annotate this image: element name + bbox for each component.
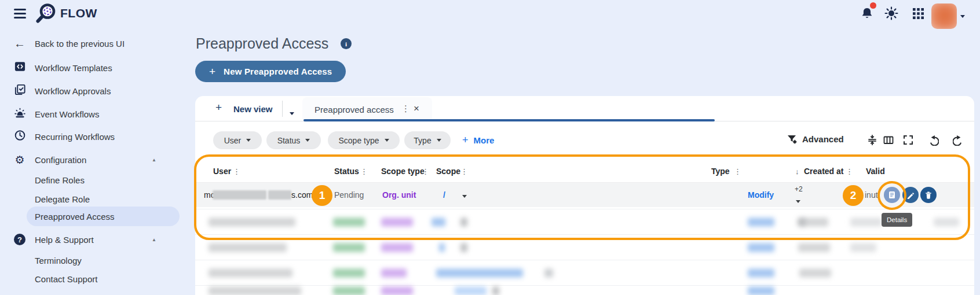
sidebar-item-label: Back to the previous UI — [35, 39, 125, 49]
flow-logo-icon[interactable] — [35, 2, 57, 24]
new-preapproved-access-button[interactable]: + New Preapproved Access — [195, 61, 346, 82]
sidebar-item-workflow-templates[interactable]: Workflow Templates — [0, 58, 181, 78]
sidebar-item-back[interactable]: ← Back to the previous UI — [0, 34, 181, 53]
sidebar-item-contact-support[interactable]: Contact Support — [0, 269, 181, 289]
event-siren-icon — [13, 107, 27, 121]
sidebar-item-label: Workflow Approvals — [35, 86, 111, 96]
redacted-cell — [333, 244, 365, 252]
manage-columns-icon[interactable] — [882, 133, 895, 147]
tab-close-icon[interactable]: × — [414, 103, 419, 115]
app-title: FLOW — [60, 6, 97, 20]
tab-preapproved-access[interactable]: Preapproved access ⋮ × — [302, 97, 432, 121]
plus-icon: + — [462, 134, 469, 146]
column-header-type[interactable]: Type — [711, 167, 730, 176]
filter-chip-type[interactable]: Type — [404, 131, 451, 149]
column-header-user[interactable]: User — [213, 167, 231, 176]
redacted-cell — [436, 269, 523, 278]
notification-badge — [870, 2, 876, 9]
redacted-cell — [381, 244, 413, 252]
delete-button[interactable] — [920, 187, 937, 203]
sidebar-item-preapproved-access-selected[interactable]: Preapproved Access — [27, 207, 180, 226]
user-email-suffix: s.com — [291, 190, 313, 200]
redacted-cell — [209, 244, 287, 252]
chevron-down-icon — [246, 139, 251, 142]
table-row-redacted[interactable] — [195, 285, 974, 295]
edit-button[interactable] — [902, 187, 919, 203]
chevron-down-icon — [437, 139, 441, 142]
chevron-down-icon — [385, 139, 389, 142]
collapse-caret-icon[interactable]: ▲ — [152, 157, 156, 163]
scope-caret-icon[interactable] — [462, 190, 467, 200]
filter-chip-status[interactable]: Status — [266, 131, 321, 149]
table-row-redacted[interactable] — [195, 260, 974, 286]
column-header-status[interactable]: Status — [334, 167, 359, 176]
undo-icon[interactable] — [926, 133, 940, 147]
collapse-caret-icon[interactable]: ▲ — [152, 237, 156, 242]
table-row-redacted[interactable] — [195, 209, 974, 235]
new-view-button[interactable]: New view — [233, 104, 273, 114]
column-header-created-at[interactable]: Created at — [804, 167, 843, 176]
details-button[interactable] — [884, 187, 900, 203]
redacted-cell — [748, 218, 774, 227]
redacted-cell — [798, 244, 830, 252]
sidebar-item-terminology[interactable]: Terminology — [0, 250, 181, 270]
sidebar-item-define-roles[interactable]: Define Roles — [0, 170, 181, 190]
table-row-redacted[interactable] — [195, 234, 974, 260]
new-view-caret-icon[interactable] — [290, 107, 294, 117]
column-kebab-icon[interactable]: ⋮ — [233, 167, 240, 176]
sidebar-item-event-workflows[interactable]: Event Workflows — [0, 104, 181, 124]
tab-kebab-icon[interactable]: ⋮ — [401, 104, 410, 114]
sidebar-item-label: Preapproved Access — [35, 212, 115, 222]
redacted-cell — [748, 286, 774, 295]
column-header-scope[interactable]: Scope — [436, 167, 460, 176]
chevron-down-icon — [305, 139, 310, 142]
redacted-cell — [460, 218, 467, 227]
sort-descending-icon[interactable]: ↓ — [795, 167, 799, 176]
row-density-icon[interactable] — [865, 133, 879, 147]
fullscreen-icon[interactable] — [901, 133, 915, 147]
redacted-cell — [455, 286, 487, 295]
redacted-cell — [333, 269, 365, 278]
sidebar-item-label: Event Workflows — [35, 109, 99, 119]
sidebar-item-configuration[interactable]: ⚙ Configuration ▲ — [0, 150, 181, 169]
redacted-cell — [934, 218, 959, 227]
sidebar-item-delegate-role[interactable]: Delegate Role — [0, 189, 181, 209]
redacted-cell — [544, 269, 553, 278]
sidebar-item-help-support[interactable]: ? Help & Support ▲ — [0, 230, 181, 249]
advanced-filter-button[interactable]: Advanced — [787, 134, 844, 145]
clock-icon — [13, 130, 27, 144]
column-header-scope-type[interactable]: Scope type — [381, 167, 425, 176]
more-filters-button[interactable]: + More — [462, 134, 494, 146]
refresh-icon[interactable] — [952, 133, 966, 147]
scope-cell[interactable]: / — [443, 190, 445, 200]
sidebar-item-label: Configuration — [35, 155, 86, 165]
new-view-plus-icon[interactable]: + — [215, 101, 222, 114]
redacted-cell — [850, 218, 882, 227]
hamburger-menu-icon[interactable] — [14, 9, 26, 19]
info-icon[interactable]: i — [341, 38, 352, 49]
redacted-cell — [209, 286, 301, 295]
sidebar-item-label: Workflow Templates — [35, 63, 112, 73]
column-kebab-icon[interactable]: ⋮ — [846, 167, 853, 176]
type-more-caret-icon[interactable] — [796, 195, 800, 205]
column-kebab-icon[interactable]: ⋮ — [734, 167, 741, 176]
column-kebab-icon[interactable]: ⋮ — [460, 167, 468, 176]
filter-chip-scope-type[interactable]: Scope type — [328, 131, 400, 149]
redacted-cell — [209, 218, 295, 227]
apps-grid-icon[interactable] — [910, 6, 926, 21]
filter-chip-user[interactable]: User — [213, 131, 262, 149]
redacted-cell — [439, 244, 445, 252]
sidebar-item-label: Contact Support — [35, 274, 97, 284]
column-kebab-icon[interactable]: ⋮ — [422, 167, 429, 176]
column-header-valid[interactable]: Valid — [866, 167, 885, 176]
sidebar-item-recurring-workflows[interactable]: Recurring Workflows — [0, 127, 181, 146]
tab-label: Preapproved access — [315, 105, 394, 115]
account-caret-icon[interactable] — [960, 10, 965, 20]
sidebar-item-workflow-approvals[interactable]: Workflow Approvals — [0, 81, 181, 101]
column-kebab-icon[interactable]: ⋮ — [360, 167, 368, 176]
theme-brightness-icon[interactable] — [884, 6, 899, 21]
redacted-cell — [492, 286, 499, 295]
active-tab-indicator — [303, 119, 715, 121]
account-avatar[interactable] — [931, 3, 957, 29]
sidebar-item-label: Define Roles — [35, 175, 85, 185]
